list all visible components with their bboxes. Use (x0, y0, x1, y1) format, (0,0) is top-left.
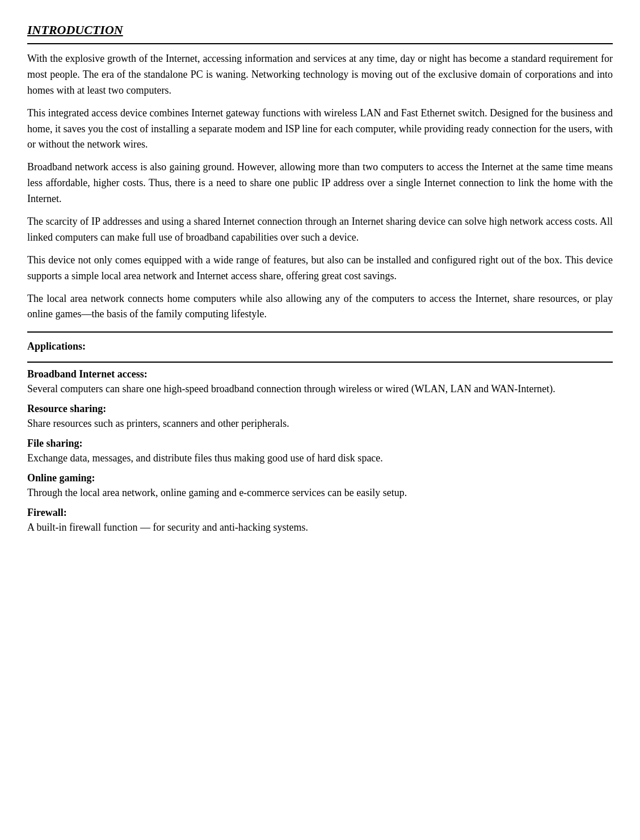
paragraph-1: With the explosive growth of the Interne… (27, 51, 613, 99)
sub-paragraph-0: Several computers can share one high-spe… (27, 381, 613, 397)
page-title: INTRODUCTION (27, 23, 613, 37)
paragraph-6: The local area network connects home com… (27, 291, 613, 323)
sub-paragraph-4: A built-in firewall function — for secur… (27, 520, 613, 536)
paragraph-2: This integrated access device combines I… (27, 106, 613, 153)
paragraph-3: Broadband network access is also gaining… (27, 159, 613, 207)
sub-paragraph-1: Share resources such as printers, scanne… (27, 416, 613, 432)
applications-list: Broadband Internet access: Several compu… (27, 368, 613, 535)
paragraph-4: The scarcity of IP addresses and using a… (27, 214, 613, 246)
paragraph-5: This device not only comes equipped with… (27, 253, 613, 284)
applications-heading: Applications: (27, 341, 613, 352)
sub-heading-2: File sharing: (27, 438, 613, 450)
top-divider (27, 43, 613, 44)
sub-heading-4: Firewall: (27, 507, 613, 519)
sub-paragraph-2: Exchange data, messages, and distribute … (27, 451, 613, 467)
sub-paragraph-3: Through the local area network, online g… (27, 485, 613, 501)
sub-heading-3: Online gaming: (27, 472, 613, 484)
applications-divider-top (27, 331, 613, 333)
sub-heading-1: Resource sharing: (27, 403, 613, 415)
sub-heading-0: Broadband Internet access: (27, 368, 613, 380)
applications-divider-bottom (27, 362, 613, 363)
